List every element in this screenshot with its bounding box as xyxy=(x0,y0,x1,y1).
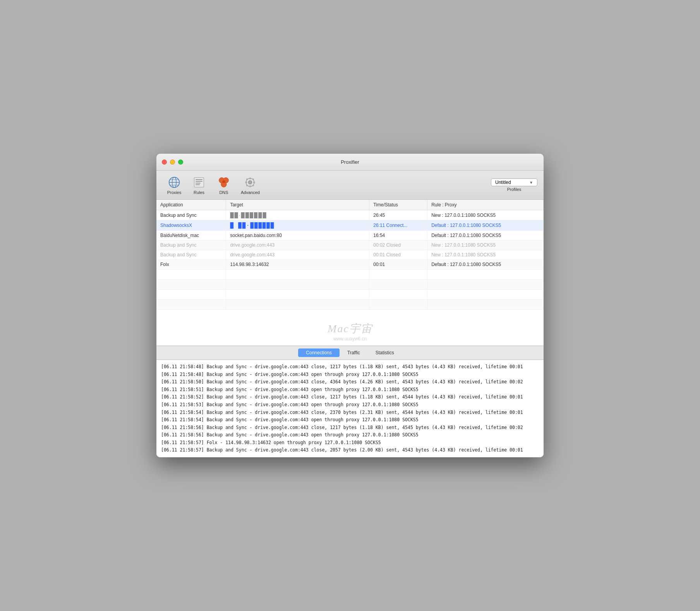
log-line: [06.11 21:58:54] Backup and Sync - drive… xyxy=(161,409,539,417)
cell-rule-proxy: Default : 127.0.0.1:1080 SOCKS5 xyxy=(427,260,544,269)
table-row-empty xyxy=(156,269,544,280)
svg-point-15 xyxy=(249,181,252,184)
advanced-icon xyxy=(243,175,257,189)
cell-application: BaiduNetdisk_mac xyxy=(156,231,226,240)
tabs-bar: ConnectionsTrafficStatistics xyxy=(156,346,544,360)
table-row-empty xyxy=(156,280,544,290)
cell-application: Folx xyxy=(156,260,226,269)
table-row[interactable]: Backup and Syncdrive.google.com:44300:02… xyxy=(156,240,544,250)
toolbar-item-dns[interactable]: DNS xyxy=(212,174,235,196)
toolbar-items: Proxies Rules xyxy=(163,174,264,196)
table-row-empty xyxy=(156,290,544,300)
cell-rule-proxy: Default : 127.0.0.1:1080 SOCKS5 xyxy=(427,220,544,231)
log-line: [06.11 21:58:52] Backup and Sync - drive… xyxy=(161,393,539,401)
table-row-empty xyxy=(156,300,544,310)
cell-rule-proxy: New : 127.0.0.1:1080 SOCKS5 xyxy=(427,250,544,260)
cell-rule-proxy: New : 127.0.0.1:1080 SOCKS5 xyxy=(427,210,544,220)
cell-rule-proxy: Default : 127.0.0.1:1080 SOCKS5 xyxy=(427,231,544,240)
svg-rect-17 xyxy=(250,185,251,187)
cell-application: Backup and Sync xyxy=(156,250,226,260)
table-row[interactable]: Backup and Sync██·██████26:45New : 127.0… xyxy=(156,210,544,220)
log-line: [06.11 21:58:50] Backup and Sync - drive… xyxy=(161,378,539,386)
tab-statistics[interactable]: Statistics xyxy=(368,348,402,357)
table-row[interactable]: ShadowsocksX█ ██·██████26:11 Connect...D… xyxy=(156,220,544,231)
proxies-label: Proxies xyxy=(167,190,182,195)
toolbar-item-advanced[interactable]: Advanced xyxy=(237,174,264,196)
log-line: [06.11 21:58:48] Backup and Sync - drive… xyxy=(161,363,539,371)
table-row[interactable]: Backup and Syncdrive.google.com:44300:01… xyxy=(156,250,544,260)
connections-table: Application Target Time/Status Rule : Pr… xyxy=(156,200,544,310)
watermark-area: Mac宇宙 www.uuayw6.cn xyxy=(156,310,544,346)
log-line: [06.11 21:58:56] Backup and Sync - drive… xyxy=(161,424,539,432)
tab-connections[interactable]: Connections xyxy=(298,348,340,357)
profiles-dropdown[interactable]: Untitled ▼ xyxy=(491,178,537,186)
rules-label: Rules xyxy=(194,190,204,195)
svg-point-13 xyxy=(222,180,225,183)
col-time-status: Time/Status xyxy=(369,200,427,210)
cell-time-status: 00:01 xyxy=(369,260,427,269)
cell-target: drive.google.com:443 xyxy=(226,250,369,260)
log-line: [06.11 21:58:56] Backup and Sync - drive… xyxy=(161,431,539,439)
cell-time-status: 26:11 Connect... xyxy=(369,220,427,231)
window-controls xyxy=(162,160,183,165)
cell-application: Backup and Sync xyxy=(156,210,226,220)
main-content: Application Target Time/Status Rule : Pr… xyxy=(156,200,544,457)
maximize-button[interactable] xyxy=(178,160,183,165)
cell-target: socket.pan.baidu.com:80 xyxy=(226,231,369,240)
tabs-container: ConnectionsTrafficStatistics xyxy=(298,348,401,357)
cell-target: ██·██████ xyxy=(226,210,369,220)
profiles-label: Profiles xyxy=(507,187,522,192)
dns-icon xyxy=(217,175,231,189)
titlebar: Proxifier xyxy=(156,154,544,171)
cell-time-status: 26:45 xyxy=(369,210,427,220)
svg-rect-18 xyxy=(245,182,247,183)
table-row[interactable]: BaiduNetdisk_macsocket.pan.baidu.com:801… xyxy=(156,231,544,240)
svg-rect-19 xyxy=(253,182,255,183)
cell-application: ShadowsocksX xyxy=(156,220,226,231)
svg-rect-16 xyxy=(250,178,251,179)
log-line: [06.11 21:58:48] Backup and Sync - drive… xyxy=(161,371,539,379)
col-application: Application xyxy=(156,200,226,210)
toolbar-item-proxies[interactable]: Proxies xyxy=(163,174,186,196)
log-line: [06.11 21:58:53] Backup and Sync - drive… xyxy=(161,401,539,409)
cell-target: 114.98.98.3:14632 xyxy=(226,260,369,269)
toolbar-item-rules[interactable]: Rules xyxy=(187,174,211,196)
cell-time-status: 00:02 Closed xyxy=(369,240,427,250)
main-window: Proxifier Proxies xyxy=(156,154,544,457)
svg-rect-5 xyxy=(194,178,204,187)
log-line: [06.11 21:58:57] Backup and Sync - drive… xyxy=(161,446,539,454)
close-button[interactable] xyxy=(162,160,167,165)
log-area[interactable]: [06.11 21:58:48] Backup and Sync - drive… xyxy=(156,360,544,457)
profiles-current: Untitled xyxy=(495,180,511,185)
log-line: [06.11 21:58:57] Folx - 114.98.98.3:1463… xyxy=(161,439,539,447)
dns-label: DNS xyxy=(219,190,228,195)
advanced-label: Advanced xyxy=(241,190,260,195)
rules-icon xyxy=(192,175,206,189)
cell-target: █ ██·██████ xyxy=(226,220,369,231)
tab-traffic[interactable]: Traffic xyxy=(340,348,368,357)
table-header-row: Application Target Time/Status Rule : Pr… xyxy=(156,200,544,210)
log-line: [06.11 21:58:54] Backup and Sync - drive… xyxy=(161,416,539,424)
window-title: Proxifier xyxy=(341,159,359,165)
toolbar: Proxies Rules xyxy=(156,171,544,200)
cell-time-status: 16:54 xyxy=(369,231,427,240)
proxies-icon xyxy=(167,175,181,189)
log-line: [06.11 21:58:51] Backup and Sync - drive… xyxy=(161,386,539,394)
cell-time-status: 00:01 Closed xyxy=(369,250,427,260)
cell-application: Backup and Sync xyxy=(156,240,226,250)
watermark-text: Mac宇宙 xyxy=(156,321,544,336)
cell-target: drive.google.com:443 xyxy=(226,240,369,250)
watermark-url: www.uuayw6.cn xyxy=(156,336,544,342)
table-row[interactable]: Folx114.98.98.3:1463200:01Default : 127.… xyxy=(156,260,544,269)
dropdown-arrow-icon: ▼ xyxy=(529,180,533,185)
profiles-section: Untitled ▼ Profiles xyxy=(491,178,537,192)
cell-rule-proxy: New : 127.0.0.1:1080 SOCKS5 xyxy=(427,240,544,250)
minimize-button[interactable] xyxy=(170,160,175,165)
col-rule-proxy: Rule : Proxy xyxy=(427,200,544,210)
col-target: Target xyxy=(226,200,369,210)
